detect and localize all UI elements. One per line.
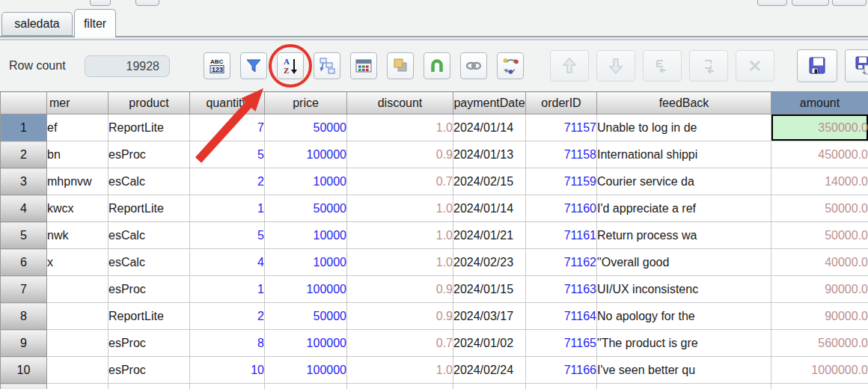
clipped-toolbar-button[interactable] [832, 0, 867, 6]
filter-button[interactable] [240, 52, 267, 79]
cell-discount[interactable]: 1.0 [347, 114, 453, 141]
column-header-discount[interactable]: discount [347, 92, 453, 114]
cell-paymentDate[interactable]: 2024/02/15 [453, 168, 526, 195]
cell-product[interactable]: esCalc [109, 222, 190, 249]
data-type-abc123-button[interactable]: ABC 123 [204, 52, 230, 79]
group-flow-button[interactable] [314, 52, 340, 79]
cell-orderID[interactable]: 71158 [526, 141, 597, 168]
link-button[interactable] [460, 52, 487, 79]
cell-paymentDate[interactable]: 2024/02/23 [453, 249, 526, 276]
cell-orderID[interactable]: 71162 [526, 249, 597, 276]
cell-paymentDate[interactable]: 2024/03/17 [453, 303, 526, 330]
cell-product[interactable]: ReportLite [109, 195, 190, 222]
cell-quantity[interactable]: 1 [190, 276, 265, 303]
cell-discount[interactable]: 0.9 [347, 276, 453, 303]
cell-orderID[interactable]: 71160 [526, 195, 597, 222]
refresh-button[interactable] [497, 52, 524, 79]
cell-orderID[interactable]: 71157 [526, 114, 597, 141]
cell-price[interactable] [265, 384, 347, 389]
cell-quantity[interactable]: 5 [190, 141, 265, 168]
cell-feedBack[interactable]: International shippi [597, 141, 771, 168]
column-header-paymentDate[interactable]: paymentDate [453, 92, 526, 114]
cell-feedBack[interactable]: I'd appreciate a ref [597, 195, 771, 222]
cell-feedBack[interactable]: "The product is gre [597, 330, 771, 357]
cell-product[interactable]: esProc [109, 276, 190, 303]
cell-product[interactable]: ReportLite [109, 114, 190, 141]
cell-paymentDate[interactable]: 2024/02/24 [453, 357, 526, 384]
row-number[interactable]: 5 [1, 222, 47, 249]
cell-amount[interactable]: 90000.0 [771, 303, 868, 330]
merge-next-button[interactable] [689, 50, 728, 82]
cell-quantity[interactable] [190, 384, 265, 389]
cell-quantity[interactable]: 10 [190, 357, 265, 384]
cell-product[interactable]: esCalc [109, 168, 190, 195]
save-button[interactable] [797, 49, 837, 82]
cell-discount[interactable]: 1.0 [347, 357, 453, 384]
cell-feedBack[interactable]: Courier service da [597, 168, 771, 195]
cell-amount[interactable]: 14000.0 [771, 168, 868, 195]
cell-amount[interactable]: 50000.0 [771, 195, 868, 222]
sort-az-button[interactable]: A Z [277, 52, 304, 79]
cell-paymentDate[interactable]: 2024/01/14 [453, 195, 526, 222]
cell-product[interactable] [109, 384, 190, 389]
cell-price[interactable]: 100000 [265, 276, 347, 303]
row-number[interactable]: 2 [1, 141, 47, 168]
cell-discount[interactable]: 0.7 [347, 330, 453, 357]
cell-amount[interactable] [771, 384, 868, 389]
cell-orderID[interactable]: 71163 [526, 276, 597, 303]
cell-customer[interactable]: kwcx [47, 195, 109, 222]
cell-paymentDate[interactable]: 2024/01/02 [453, 330, 526, 357]
cell-customer[interactable] [47, 303, 109, 330]
cell-amount[interactable]: 1000000.0 [771, 357, 868, 384]
clipped-toolbar-button[interactable] [757, 0, 787, 6]
cell-customer[interactable]: mhpnvw [47, 168, 109, 195]
row-number[interactable]: 6 [1, 249, 47, 276]
cell-orderID[interactable]: 71164 [526, 303, 597, 330]
column-header-customer[interactable]: mer [47, 92, 109, 114]
cell-customer[interactable] [47, 276, 109, 303]
cell-paymentDate[interactable] [453, 384, 526, 389]
column-header-amount[interactable]: amount [771, 92, 868, 114]
cell-amount[interactable]: 90000.0 [771, 276, 868, 303]
cell-customer[interactable] [47, 330, 109, 357]
cell-orderID[interactable]: 71159 [526, 168, 597, 195]
column-header-orderID[interactable]: orderID [526, 92, 597, 114]
copy-layers-button[interactable] [387, 52, 414, 79]
row-number[interactable] [1, 384, 47, 389]
cell-quantity[interactable]: 4 [190, 249, 265, 276]
save-as-button[interactable] [845, 49, 868, 82]
cell-product[interactable]: ReportLite [109, 303, 190, 330]
cell-price[interactable]: 10000 [265, 168, 347, 195]
cell-quantity[interactable]: 1 [190, 195, 265, 222]
cell-customer[interactable] [47, 384, 109, 389]
cell-product[interactable]: esProc [109, 330, 190, 357]
cell-customer[interactable] [47, 357, 109, 384]
magnet-button[interactable] [424, 52, 450, 79]
row-number[interactable]: 4 [1, 195, 47, 222]
cell-paymentDate[interactable]: 2024/01/13 [453, 141, 526, 168]
tab-saledata[interactable]: saledata [1, 12, 73, 36]
move-down-button[interactable] [596, 50, 635, 82]
tab-filter[interactable]: filter [74, 9, 116, 37]
cell-feedBack[interactable]: I've seen better qu [597, 357, 771, 384]
row-number[interactable]: 9 [1, 330, 47, 357]
cell-quantity[interactable]: 5 [190, 222, 265, 249]
cell-quantity[interactable]: 8 [190, 330, 265, 357]
cell-product[interactable]: esProc [109, 141, 190, 168]
column-header-price[interactable]: price [265, 92, 347, 114]
row-count-field[interactable] [85, 55, 170, 77]
cell-discount[interactable]: 1.0 [347, 249, 453, 276]
cell-paymentDate[interactable]: 2024/01/21 [453, 222, 526, 249]
cell-product[interactable]: esCalc [109, 249, 190, 276]
column-header-corner[interactable] [1, 92, 47, 114]
cell-paymentDate[interactable]: 2024/01/14 [453, 114, 526, 141]
column-header-product[interactable]: product [109, 92, 190, 114]
row-number[interactable]: 8 [1, 303, 47, 330]
cancel-button[interactable] [736, 50, 774, 82]
cell-price[interactable]: 100000 [265, 357, 347, 384]
cell-feedBack[interactable]: "Overall good [597, 249, 771, 276]
cell-orderID[interactable]: 71165 [526, 330, 597, 357]
cell-orderID[interactable]: 71166 [526, 357, 597, 384]
cell-price[interactable]: 50000 [265, 195, 347, 222]
cell-amount-selected[interactable]: 350000.0 [771, 114, 868, 141]
